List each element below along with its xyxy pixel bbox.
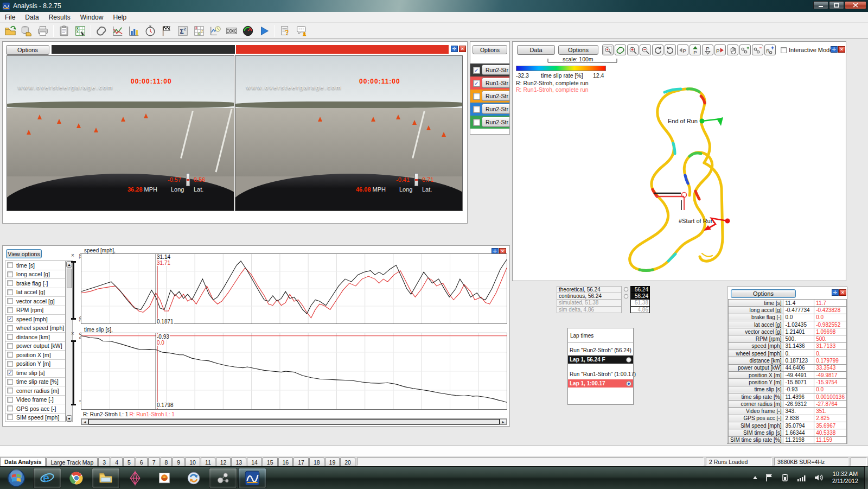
tab-6[interactable]: 6 [136,458,148,466]
channel-row[interactable]: SIM speed [mph] [5,414,65,422]
scroll-down-arrow[interactable]: ▼ [66,415,72,422]
menu-help[interactable]: Help [108,12,131,22]
rotate-ccw-icon[interactable] [665,45,676,55]
volume-icon[interactable] [814,474,824,481]
open-file-icon[interactable] [3,24,18,38]
channel-checkbox[interactable] [7,289,12,295]
runs-options-button[interactable]: Options [473,45,507,54]
channel-row[interactable]: brake flag [-] [5,279,65,288]
run-button[interactable]: Run1-Str [482,78,510,88]
menu-window[interactable]: Window [75,12,108,22]
lap-row[interactable]: Lap 1, 1:00.17 [568,379,633,388]
map-options-button[interactable]: Options [558,45,598,55]
video-dock-icon[interactable]: ✛ [451,46,458,52]
run-button[interactable]: Run2-Str [482,65,510,75]
speed-axis-slider[interactable] [71,259,76,322]
down-point-icon[interactable]: P [702,45,713,55]
tab-16[interactable]: 16 [278,458,293,466]
tab-7[interactable]: 7 [148,458,160,466]
map-dock-icon[interactable]: ✛ [831,46,838,53]
channel-row[interactable]: corner radius [m] [5,386,65,396]
track-sectors-icon[interactable]: 367 [192,24,207,38]
video-close-icon[interactable]: × [459,46,466,52]
tab-15[interactable]: 15 [263,458,278,466]
lap-summary-radio[interactable] [622,286,630,293]
video-frame-right[interactable]: www.oversteergarage.com 00:00:11:00 46.0… [235,55,463,211]
channel-checkbox[interactable] [7,281,12,286]
axis-close-x[interactable]: × [71,252,74,258]
map-data-button[interactable]: Data [517,45,555,55]
tab-8[interactable]: 8 [161,458,173,466]
channel-row[interactable]: ✓speed [mph] [5,315,65,324]
channel-row[interactable]: position Y [m] [5,360,65,369]
lap-radio[interactable] [626,381,631,386]
values-dock-icon[interactable]: ✛ [832,289,839,296]
zoom-window-icon[interactable] [602,45,614,55]
channel-checkbox[interactable]: ✓ [7,316,12,322]
tab-data-analysis[interactable]: Data Analysis [0,457,46,466]
math-channels-icon[interactable] [110,24,125,38]
channel-checkbox[interactable] [7,352,12,358]
clipboard-icon[interactable] [56,24,72,38]
channel-checkbox[interactable] [7,299,12,304]
tray-expand-icon[interactable] [752,475,758,480]
tab-11[interactable]: 11 [201,458,215,466]
add-node-icon[interactable] [739,45,751,55]
lap-radio[interactable] [626,357,631,363]
track-fit-icon[interactable] [615,45,626,55]
tab-large-track-map[interactable]: Large Track Map [46,458,98,466]
channel-row[interactable]: vector accel [g] [5,297,65,306]
tab-10[interactable]: 10 [185,458,200,466]
xy-export-icon[interactable]: XY [73,24,88,38]
channel-row[interactable]: wheel speed [mph] [5,324,65,333]
channel-checkbox[interactable] [7,397,12,402]
channel-row[interactable]: lat accel [g] [5,288,65,297]
prev-point-icon[interactable]: P [677,45,688,55]
taskbar-network-app[interactable] [209,468,237,488]
minimize-button[interactable] [813,1,828,9]
channel-checkbox[interactable] [7,343,12,348]
channel-checkbox[interactable] [7,325,12,331]
channel-row[interactable]: power output [kW] [5,342,65,351]
tab-13[interactable]: 13 [231,458,246,466]
video-frame-left[interactable]: www.oversteergarage.com 00:00:11:00 36.2… [7,55,234,211]
menu-file[interactable]: File [0,12,20,22]
video-header-bar-right[interactable] [236,45,449,54]
channel-checkbox[interactable] [7,307,12,313]
gauge-display-icon[interactable] [240,24,256,38]
help-icon[interactable]: ? [278,24,293,38]
video-options-button[interactable]: Options [6,45,49,55]
run-button[interactable]: Run2-Str [482,104,510,114]
import-data-icon[interactable] [19,24,34,38]
timeslip-plot[interactable] [81,333,507,410]
speed-plot[interactable] [81,253,507,324]
menu-results[interactable]: Results [44,12,75,22]
channel-checkbox[interactable] [7,379,12,384]
lap-summary-radio[interactable] [622,293,630,300]
taskbar-file-explorer[interactable] [92,468,120,488]
channel-checkbox[interactable] [7,388,12,393]
channel-checkbox[interactable] [7,406,12,411]
scroll-left-arrow[interactable]: ◄ [81,419,88,424]
channel-checkbox[interactable] [7,271,12,277]
channel-row[interactable]: long accel [g] [5,270,65,280]
action-center-flag-icon[interactable] [765,473,773,482]
taskbar-photo-viewer[interactable] [150,468,178,488]
run-checkbox[interactable] [473,119,480,126]
channel-checkbox[interactable] [7,361,12,366]
video-header-bar-left[interactable] [52,45,235,54]
play-point-icon[interactable]: P [714,45,726,55]
network-signal-icon[interactable] [797,474,807,481]
channel-row[interactable]: ✓time slip [s] [5,369,65,378]
rotate-cw-icon[interactable] [652,45,663,55]
channel-checkbox[interactable] [7,334,12,340]
show-desktop-button[interactable] [864,466,868,489]
tab-20[interactable]: 20 [340,458,355,466]
taskbar-start-orb[interactable] [1,468,32,488]
values-options-button[interactable]: Options [731,289,796,298]
tab-12[interactable]: 12 [216,458,231,466]
run-checkbox[interactable]: ✓ [473,67,480,74]
interactive-mode-checkbox[interactable] [781,47,787,53]
run-button[interactable]: Run2-Str [482,117,510,127]
run-checkbox[interactable]: ✓ [473,80,480,87]
